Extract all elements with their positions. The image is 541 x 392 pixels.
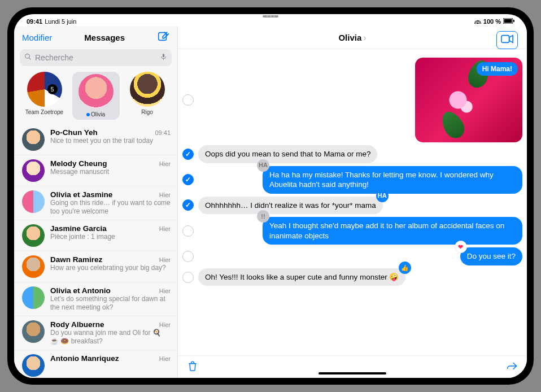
compose-icon[interactable] — [157, 30, 169, 45]
avatar — [22, 128, 45, 151]
message-row[interactable]: HAHa ha ha my mistake! Thanks for lettin… — [182, 166, 522, 194]
svg-rect-6 — [163, 54, 164, 58]
message-bubble[interactable]: !!Yeah I thought she'd maybe add it to h… — [263, 217, 522, 245]
message-bubble[interactable]: Oops did you mean to send that to Mama o… — [198, 145, 377, 163]
sidebar-title: Messages — [84, 33, 125, 42]
search-icon — [24, 53, 32, 62]
conversation-item[interactable]: Po-Chun Yeh 09:41 Nice to meet you on th… — [14, 124, 177, 155]
edit-button[interactable]: Modifier — [22, 33, 52, 42]
avatar — [27, 72, 62, 107]
pinned-contact[interactable]: Rigo — [124, 72, 171, 120]
avatar — [22, 190, 45, 213]
tapback-haha-icon[interactable]: HA — [257, 159, 269, 172]
battery-percent: 100 % — [483, 18, 501, 25]
unread-dot — [86, 113, 90, 116]
message-bubble[interactable]: 👍Oh! Yes!!! It looks like a super cute a… — [198, 268, 405, 286]
tapback-heart-icon[interactable]: ❤ — [455, 241, 467, 253]
conversation-item[interactable]: Rody Albuerne Hier Do you wanna join me … — [14, 316, 177, 350]
message-row[interactable]: Hi Mama! — [182, 58, 522, 142]
multitask-dots[interactable] — [263, 15, 278, 18]
avatar — [130, 72, 165, 107]
screen: 09:41 Lundi 5 juin 100 % Modifier Messag… — [14, 14, 527, 378]
select-circle[interactable] — [182, 225, 194, 237]
chevron-right-icon: › — [363, 33, 366, 43]
wifi-icon — [474, 18, 481, 25]
message-row[interactable]: Oops did you mean to send that to Mama o… — [182, 145, 522, 163]
message-row[interactable]: !!Yeah I thought she'd maybe add it to h… — [182, 217, 522, 245]
search-input[interactable]: Recherche — [20, 49, 172, 66]
image-attachment[interactable]: Hi Mama! — [415, 58, 522, 142]
tapback-like-icon[interactable]: 👍 — [399, 262, 411, 274]
message-thread: Olivia › Hi Mama! — [178, 27, 527, 378]
conversation-name: Rody Albuerne — [50, 320, 104, 329]
conversation-name: Olivia et Jasmine — [50, 190, 112, 199]
message-row[interactable]: 👍Oh! Yes!!! It looks like a super cute a… — [182, 268, 522, 286]
avatar — [22, 159, 45, 182]
conversation-preview: How are you celebrating your big day? — [50, 264, 171, 272]
select-circle[interactable] — [182, 251, 194, 262]
conversation-name: Melody Cheung — [50, 159, 107, 168]
tapback-exclaim-icon[interactable]: !! — [257, 210, 269, 223]
conversation-name: Antonio Manriquez — [50, 354, 119, 363]
conversation-time: Hier — [159, 256, 171, 263]
conversation-time: Hier — [159, 160, 171, 167]
message-row[interactable]: ❤Do you see it? — [182, 247, 522, 265]
message-bubble[interactable]: HAOhhhhhhh… I didn't realize it was for … — [198, 197, 383, 215]
ipad-frame: 09:41 Lundi 5 juin 100 % Modifier Messag… — [7, 7, 534, 385]
avatar — [78, 74, 114, 109]
conversation-item[interactable]: Olivia et Jasmine Hier Going on this rid… — [14, 186, 177, 220]
conversation-item[interactable]: Melody Cheung Hier Message manuscrit — [14, 155, 177, 186]
pinned-label: Rigo — [141, 109, 153, 115]
conversation-time: Hier — [159, 191, 171, 198]
thread-header[interactable]: Olivia › — [178, 27, 527, 49]
conversation-preview: Do you wanna join me and Oli for 🍳 ☕ 🍩 b… — [50, 329, 171, 346]
conversation-name: Olivia et Antonio — [50, 286, 111, 295]
conversation-item[interactable]: Jasmine Garcia Hier Pièce jointe : 1 ima… — [14, 220, 177, 251]
conversation-name: Jasmine Garcia — [50, 224, 107, 233]
avatar — [22, 354, 45, 377]
conversation-time: Hier — [159, 225, 171, 232]
selection-toolbar — [178, 355, 527, 378]
facetime-button[interactable] — [496, 31, 518, 49]
conversation-name: Po-Chun Yeh — [50, 128, 98, 137]
message-bubble[interactable]: HAHa ha ha my mistake! Thanks for lettin… — [263, 166, 522, 194]
conversation-list[interactable]: Po-Chun Yeh 09:41 Nice to meet you on th… — [14, 124, 177, 378]
conversation-item[interactable]: Antonio Manriquez Hier — [14, 350, 177, 378]
conversation-preview: Nice to meet you on the trail today — [50, 137, 171, 145]
message-text: Oh! Yes!!! It looks like a super cute an… — [205, 273, 399, 281]
forward-button[interactable] — [507, 360, 518, 374]
pinned-row: Team Zoetrope Olivia Rigo — [14, 69, 177, 124]
svg-point-4 — [25, 54, 30, 59]
conversation-time: 09:41 — [155, 129, 171, 136]
message-row[interactable]: HAOhhhhhhh… I didn't realize it was for … — [182, 197, 522, 215]
pinned-contact[interactable]: Olivia — [72, 72, 120, 120]
tapback-haha-icon[interactable]: HA — [376, 190, 389, 202]
battery-icon — [503, 18, 514, 25]
conversation-time: Hier — [159, 321, 171, 328]
svg-rect-7 — [501, 36, 509, 43]
select-circle[interactable] — [182, 272, 194, 283]
image-caption-bubble: Hi Mama! — [477, 62, 518, 76]
conversation-preview: Going on this ride… if you want to come … — [50, 199, 171, 216]
dictate-icon[interactable] — [160, 53, 167, 63]
conversation-item[interactable]: Olivia et Antonio Hier Let's do somethin… — [14, 282, 177, 316]
message-text: Ha ha ha my mistake! Thanks for letting … — [269, 171, 494, 189]
select-circle[interactable] — [182, 149, 194, 160]
avatar — [22, 255, 45, 278]
pinned-contact[interactable]: Team Zoetrope — [21, 72, 68, 120]
home-indicator[interactable] — [319, 372, 386, 374]
avatar — [22, 286, 45, 309]
message-text: Yeah I thought she'd maybe add it to her… — [269, 221, 504, 240]
message-bubble[interactable]: ❤Do you see it? — [460, 247, 522, 265]
select-circle[interactable] — [182, 174, 194, 185]
conversation-sidebar: Modifier Messages Recherche — [14, 27, 178, 378]
select-circle[interactable] — [182, 199, 194, 211]
search-placeholder: Recherche — [35, 53, 73, 62]
delete-button[interactable] — [187, 360, 198, 374]
avatar — [22, 320, 45, 343]
messages-scroll[interactable]: Hi Mama! Oops did you mean to send that … — [178, 49, 527, 355]
select-circle[interactable] — [182, 94, 194, 106]
conversation-item[interactable]: Dawn Ramirez Hier How are you celebratin… — [14, 251, 177, 282]
svg-rect-2 — [513, 20, 514, 22]
svg-rect-1 — [504, 19, 512, 23]
